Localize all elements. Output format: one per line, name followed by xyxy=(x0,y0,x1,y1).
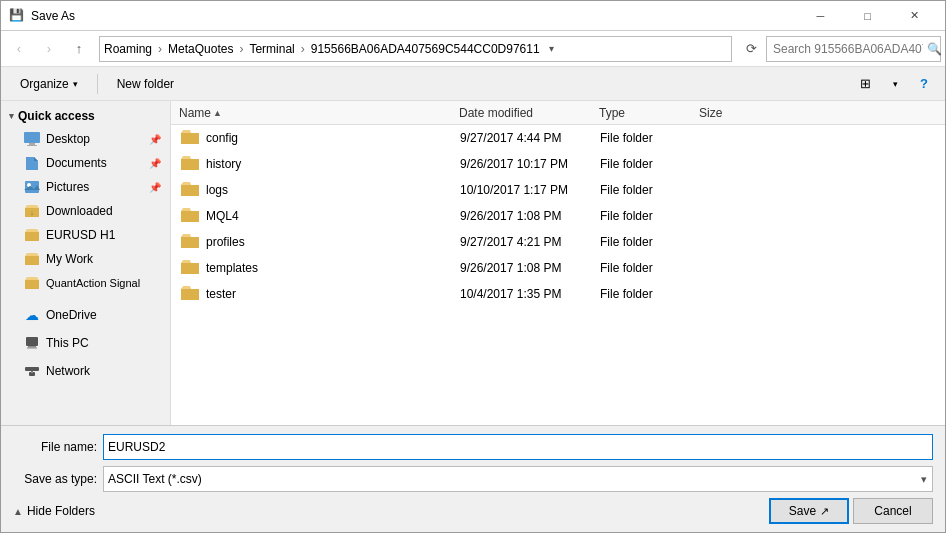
quick-access-label: Quick access xyxy=(18,109,95,123)
search-box: 🔍 xyxy=(766,36,941,62)
file-date: 9/27/2017 4:44 PM xyxy=(460,131,600,145)
col-header-name[interactable]: Name ▲ xyxy=(179,106,459,120)
toolbar-separator xyxy=(97,74,98,94)
organize-label: Organize xyxy=(20,77,69,91)
view-arrow-button[interactable]: ▾ xyxy=(881,71,909,97)
maximize-button[interactable]: □ xyxy=(845,5,890,27)
svg-rect-7 xyxy=(26,337,38,346)
svg-rect-8 xyxy=(28,346,36,348)
sidebar-item-mywork[interactable]: My Work xyxy=(1,247,170,271)
filename-row: File name: xyxy=(13,434,933,460)
file-date: 9/26/2017 1:08 PM xyxy=(460,261,600,275)
view-icon: ⊞ xyxy=(860,76,871,91)
file-date: 9/26/2017 1:08 PM xyxy=(460,209,600,223)
thispc-label: This PC xyxy=(46,336,89,350)
file-rows-container: config 9/27/2017 4:44 PM File folder his… xyxy=(171,125,945,307)
table-row[interactable]: tester 10/4/2017 1:35 PM File folder xyxy=(171,281,945,307)
help-button[interactable]: ? xyxy=(911,71,937,97)
filename-label: File name: xyxy=(13,440,103,454)
title-bar-left: 💾 Save As xyxy=(9,8,75,24)
address-dropdown-button[interactable]: ▾ xyxy=(544,37,560,61)
breadcrumb-terminal[interactable]: Terminal xyxy=(249,42,294,56)
pin-icon-pictures: 📌 xyxy=(149,182,161,193)
file-name: history xyxy=(180,155,460,174)
file-name: MQL4 xyxy=(180,207,460,226)
filetype-select[interactable]: ASCII Text (*.csv)CSV (*.csv)All files (… xyxy=(103,466,933,492)
organize-button[interactable]: Organize ▾ xyxy=(9,71,89,97)
col-header-type[interactable]: Type xyxy=(599,106,699,120)
sidebar-item-downloaded[interactable]: ↓ Downloaded xyxy=(1,199,170,223)
table-row[interactable]: MQL4 9/26/2017 1:08 PM File folder xyxy=(171,203,945,229)
sidebar-item-onedrive[interactable]: ☁ OneDrive xyxy=(1,303,170,327)
search-input[interactable] xyxy=(773,42,923,56)
sidebar-item-pictures[interactable]: Pictures 📌 xyxy=(1,175,170,199)
mywork-label: My Work xyxy=(46,252,93,266)
eurusd-label: EURUSD H1 xyxy=(46,228,115,242)
minimize-button[interactable]: ─ xyxy=(798,5,843,27)
quantaction-label: QuantAction Signal xyxy=(46,277,140,289)
svg-rect-1 xyxy=(29,143,35,145)
svg-rect-12 xyxy=(31,371,33,373)
table-row[interactable]: history 9/26/2017 10:17 PM File folder xyxy=(171,151,945,177)
quick-access-chevron: ▾ xyxy=(9,111,14,121)
sidebar-item-quantaction[interactable]: QuantAction Signal xyxy=(1,271,170,295)
pictures-label: Pictures xyxy=(46,180,89,194)
sep3: › xyxy=(301,42,305,56)
cursor-icon: ↗ xyxy=(820,505,829,518)
table-row[interactable]: logs 10/10/2017 1:17 PM File folder xyxy=(171,177,945,203)
bottom-area: File name: Save as type: ASCII Text (*.c… xyxy=(1,425,945,532)
view-button[interactable]: ⊞ xyxy=(851,71,879,97)
svg-rect-0 xyxy=(24,132,40,143)
file-list-area: Name ▲ Date modified Type Size config 9/… xyxy=(171,101,945,425)
buttons-row: ▲ Hide Folders Save ↗ Cancel xyxy=(13,498,933,524)
file-date: 9/26/2017 10:17 PM xyxy=(460,157,600,171)
desktop-label: Desktop xyxy=(46,132,90,146)
breadcrumb-roaming[interactable]: Desktop Roaming xyxy=(104,42,152,56)
close-button[interactable]: ✕ xyxy=(892,5,937,27)
file-type: File folder xyxy=(600,183,700,197)
filetype-label: Save as type: xyxy=(13,472,103,486)
hide-folders-button[interactable]: ▲ Hide Folders xyxy=(13,504,95,518)
file-name: tester xyxy=(180,285,460,304)
sidebar-item-network[interactable]: Network xyxy=(1,359,170,383)
toolbar: Organize ▾ New folder ⊞ ▾ ? xyxy=(1,67,945,101)
save-button[interactable]: Save ↗ xyxy=(769,498,849,524)
table-row[interactable]: config 9/27/2017 4:44 PM File folder xyxy=(171,125,945,151)
hide-folders-chevron-icon: ▲ xyxy=(13,506,23,517)
downloaded-label: Downloaded xyxy=(46,204,113,218)
file-type: File folder xyxy=(600,209,700,223)
pictures-icon xyxy=(22,179,42,195)
onedrive-label: OneDrive xyxy=(46,308,97,322)
new-folder-button[interactable]: New folder xyxy=(106,71,185,97)
svg-rect-9 xyxy=(27,348,37,349)
nav-bar: ‹ › ↑ Desktop Roaming › MetaQuotes › Ter… xyxy=(1,31,945,67)
breadcrumb-metaquotes[interactable]: MetaQuotes xyxy=(168,42,233,56)
file-type: File folder xyxy=(600,261,700,275)
sep2: › xyxy=(239,42,243,56)
filetype-select-wrapper: ASCII Text (*.csv)CSV (*.csv)All files (… xyxy=(103,466,933,492)
up-button[interactable]: ↑ xyxy=(65,35,93,63)
file-type: File folder xyxy=(600,157,700,171)
sidebar-item-eurusd[interactable]: EURUSD H1 xyxy=(1,223,170,247)
refresh-button[interactable]: ⟳ xyxy=(738,36,764,62)
sidebar-item-thispc[interactable]: This PC xyxy=(1,331,170,355)
sidebar-item-desktop[interactable]: Desktop 📌 xyxy=(1,127,170,151)
table-row[interactable]: templates 9/26/2017 1:08 PM File folder xyxy=(171,255,945,281)
cancel-button[interactable]: Cancel xyxy=(853,498,933,524)
sidebar-item-documents[interactable]: Documents 📌 xyxy=(1,151,170,175)
quick-access-header[interactable]: ▾ Quick access xyxy=(1,105,170,127)
file-type: File folder xyxy=(600,287,700,301)
col-header-size[interactable]: Size xyxy=(699,106,779,120)
organize-arrow-icon: ▾ xyxy=(73,79,78,89)
back-button[interactable]: ‹ xyxy=(5,35,33,63)
table-row[interactable]: profiles 9/27/2017 4:21 PM File folder xyxy=(171,229,945,255)
downloaded-icon: ↓ xyxy=(22,203,42,219)
desktop-icon xyxy=(22,131,42,147)
forward-button[interactable]: › xyxy=(35,35,63,63)
filename-input[interactable] xyxy=(103,434,933,460)
sep1: › xyxy=(158,42,162,56)
file-name: logs xyxy=(180,181,460,200)
breadcrumb-hash[interactable]: 915566BA06ADA407569C544CC0D97611 xyxy=(311,42,540,56)
pin-icon-documents: 📌 xyxy=(149,158,161,169)
col-header-date[interactable]: Date modified xyxy=(459,106,599,120)
